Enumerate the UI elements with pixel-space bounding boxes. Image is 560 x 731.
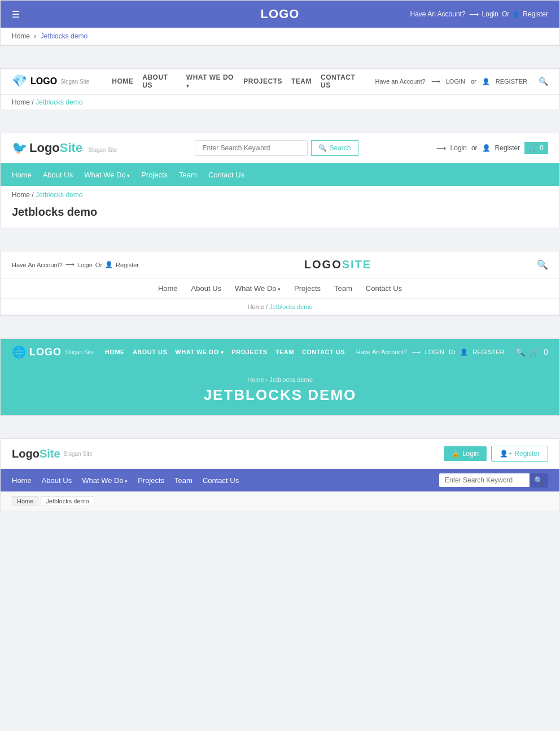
- bc3-current[interactable]: Jetblocks demo: [36, 191, 82, 199]
- h6-search-input[interactable]: [439, 473, 530, 487]
- header4-nav: Home About Us What We Do Projects Team C…: [1, 278, 559, 298]
- bc4-current[interactable]: Jetblocks demo: [269, 303, 312, 310]
- h5-nav-projects[interactable]: PROJECTS: [231, 349, 267, 355]
- h5-globe-icon: 🌐: [12, 345, 26, 359]
- h6-search-icon: 🔍: [534, 476, 544, 485]
- h2-account-text: Have an Account?: [375, 78, 425, 85]
- h5-nav-what-we-do[interactable]: WHAT WE DO: [175, 349, 224, 355]
- h2-logo-diamond-icon: 💎: [12, 74, 27, 89]
- login-link[interactable]: Login: [482, 10, 498, 18]
- header2-top: 💎 LOGO Slogan Site HOME ABOUT US WHAT WE…: [1, 69, 559, 94]
- h4-nav-projects[interactable]: Projects: [294, 284, 321, 293]
- h6-nav-projects[interactable]: Projects: [138, 476, 164, 485]
- h3-login-link[interactable]: Login: [450, 144, 467, 152]
- header3-top: 🐦 LogoSite Slogan Site 🔍 Search ⟶ Login …: [1, 133, 559, 163]
- breadcrumb-current: Jetblocks demo: [41, 32, 88, 40]
- h6-nav-what-we-do[interactable]: What We Do: [82, 476, 128, 485]
- h6-login-button[interactable]: 🔒 Login: [444, 446, 487, 461]
- h4-nav-contact[interactable]: Contact Us: [366, 284, 402, 293]
- h3-logo-teal: Site: [60, 141, 82, 155]
- h3-nav-about[interactable]: About Us: [43, 171, 73, 179]
- bc6-current: Jetblocks demo: [41, 496, 94, 506]
- h5-nav-about[interactable]: ABOUT US: [133, 349, 167, 355]
- nav-about-us[interactable]: ABOUT US: [142, 73, 177, 89]
- nav-contact-us[interactable]: CONTACT US: [321, 73, 364, 89]
- nav-home[interactable]: HOME: [112, 77, 133, 85]
- h4-account-text: Have An Account?: [12, 262, 63, 268]
- h4-nav-what-we-do[interactable]: What We Do: [235, 284, 281, 293]
- h5-logo: 🌐 LOGO Slogan Site: [12, 345, 94, 359]
- h3-cart[interactable]: 🛒 0: [524, 142, 548, 154]
- h6-register-button[interactable]: 👤+ Register: [491, 446, 548, 462]
- nav-what-we-do[interactable]: WHAT WE DO: [186, 73, 235, 89]
- h2-or-text: or: [471, 78, 476, 85]
- hero5-current[interactable]: Jetblocks demo: [269, 376, 312, 383]
- h6-search-button[interactable]: 🔍: [530, 473, 548, 488]
- h3-nav-projects[interactable]: Projects: [141, 171, 168, 179]
- h3-search-button[interactable]: 🔍 Search: [311, 140, 358, 156]
- h6-login-label: Login: [462, 450, 479, 458]
- h3-register-link[interactable]: Register: [495, 144, 520, 152]
- h3-search-icon: 🔍: [318, 144, 327, 152]
- register-link[interactable]: Register: [523, 10, 548, 18]
- menu-icon[interactable]: ☰: [12, 9, 20, 20]
- h3-nav-team[interactable]: Team: [179, 171, 197, 179]
- nav-projects[interactable]: PROJECTS: [243, 77, 282, 85]
- h3-logo-text: LogoSite: [29, 141, 86, 155]
- h3-logo: 🐦 LogoSite Slogan Site: [12, 141, 117, 155]
- h5-nav-team[interactable]: TEAM: [275, 349, 294, 355]
- bc4-sep: /: [266, 303, 268, 310]
- h2-login-link[interactable]: LOGIN: [446, 78, 465, 85]
- h5-cart-icon[interactable]: 🛒: [530, 347, 539, 356]
- bc2-current[interactable]: Jetblocks demo: [36, 98, 82, 106]
- bc2-sep: /: [32, 98, 33, 106]
- h4-register-link[interactable]: Register: [116, 262, 139, 268]
- h3-search-bar: 🔍 Search: [195, 140, 358, 156]
- register-icon: [513, 10, 519, 18]
- h6-nav-team[interactable]: Team: [174, 476, 193, 485]
- breadcrumb-home[interactable]: Home: [12, 32, 30, 40]
- h4-nav-home[interactable]: Home: [158, 284, 178, 293]
- header4-top: Have An Account? ⟶ Login Or 👤 Register L…: [1, 251, 559, 278]
- h5-or-text: Or: [449, 349, 456, 355]
- h6-search-wrapper: 🔍: [439, 473, 548, 488]
- h2-search-icon[interactable]: 🔍: [539, 77, 548, 86]
- h5-login-icon: ⟶: [412, 349, 421, 356]
- h2-register-link[interactable]: REGISTER: [496, 78, 527, 85]
- h4-search-icon[interactable]: 🔍: [537, 259, 548, 270]
- header1-right: Have An Account? Login Or Register: [410, 10, 548, 18]
- h6-nav-about[interactable]: About Us: [42, 476, 72, 485]
- h5-nav-home[interactable]: HOME: [105, 349, 125, 355]
- h5-login-link[interactable]: LOGIN: [425, 349, 444, 355]
- h6-nav-home[interactable]: Home: [12, 476, 32, 485]
- header3-nav: Home About Us What We Do Projects Team C…: [1, 163, 559, 186]
- breadcrumb1: Home › Jetblocks demo: [1, 28, 559, 45]
- h3-nav-home[interactable]: Home: [12, 171, 32, 179]
- h3-slogan: Slogan Site: [88, 147, 117, 153]
- have-account-text: Have An Account?: [410, 10, 466, 18]
- h3-nav-contact[interactable]: Contact Us: [208, 171, 244, 179]
- h2-logo: 💎 LOGO Slogan Site: [12, 74, 89, 89]
- h4-nav-team[interactable]: Team: [334, 284, 352, 293]
- hero5-home[interactable]: Home: [247, 376, 264, 383]
- bc6-home: Home: [12, 496, 38, 506]
- header6-nav: Home About Us What We Do Projects Team C…: [1, 469, 559, 491]
- h6-nav-contact[interactable]: Contact Us: [203, 476, 239, 485]
- breadcrumb2: Home / Jetblocks demo: [1, 94, 559, 110]
- breadcrumb4: Home / Jetblocks demo: [1, 298, 559, 315]
- h3-search-input[interactable]: [195, 140, 308, 156]
- h5-register-link[interactable]: REGISTER: [473, 349, 504, 355]
- h4-login-link[interactable]: Login: [77, 262, 93, 268]
- h5-search-icon[interactable]: 🔍: [515, 347, 525, 356]
- h5-nav: HOME ABOUT US WHAT WE DO PROJECTS TEAM C…: [105, 349, 345, 355]
- header6-top: LogoSite Slogan Site 🔒 Login 👤+ Register: [1, 439, 559, 469]
- bc3-home: Home: [12, 191, 30, 199]
- h4-nav-about[interactable]: About Us: [191, 284, 221, 293]
- h6-logo: LogoSite Slogan Site: [12, 447, 93, 460]
- h5-nav-contact[interactable]: CONTACT US: [302, 349, 345, 355]
- hero5-breadcrumb: Home › Jetblocks demo: [12, 376, 548, 383]
- nav-team[interactable]: TEAM: [291, 77, 312, 85]
- h3-nav-what-we-do[interactable]: What We Do: [84, 171, 130, 179]
- section5: 🌐 LOGO Slogan Site HOME ABOUT US WHAT WE…: [0, 338, 560, 416]
- h5-right: Have An Account? ⟶ LOGIN Or 👤 REGISTER: [356, 349, 505, 356]
